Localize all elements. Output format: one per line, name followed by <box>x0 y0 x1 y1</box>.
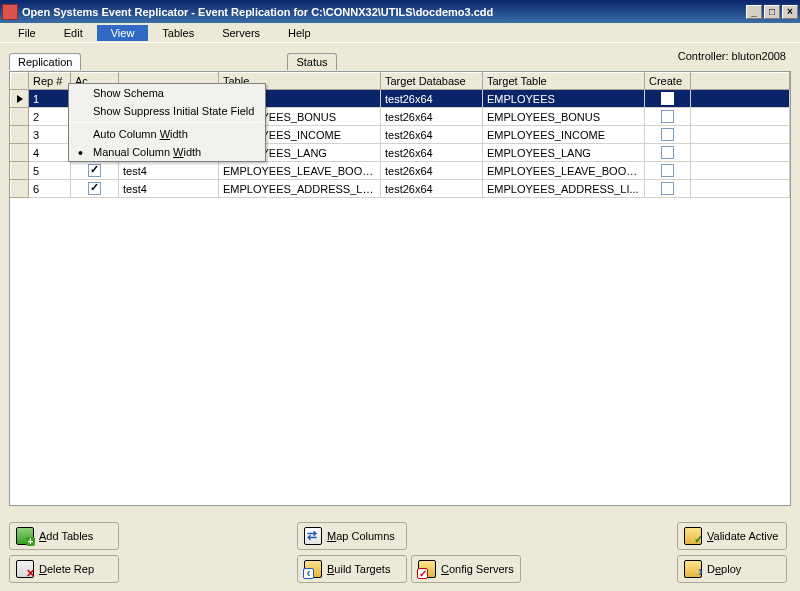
menu-help[interactable]: Help <box>274 25 325 41</box>
col-filler <box>691 73 790 90</box>
database-build-icon <box>304 560 322 578</box>
table-row[interactable]: 6test4EMPLOYEES_ADDRESS_LINEtest26x64EMP… <box>11 180 790 198</box>
cell-active[interactable] <box>71 162 119 180</box>
cell-target-db: test26x64 <box>381 90 483 108</box>
close-button[interactable]: × <box>782 5 798 19</box>
view-menu-dropdown: Show Schema Show Suppress Initial State … <box>68 83 266 162</box>
cell-target-table: EMPLOYEES_INCOME <box>483 126 645 144</box>
row-indicator <box>11 180 29 198</box>
col-create[interactable]: Create <box>645 73 691 90</box>
deploy-button[interactable]: Deploy <box>677 555 787 583</box>
col-target-table[interactable]: Target Table <box>483 73 645 90</box>
cell-create[interactable] <box>645 90 691 108</box>
tab-strip: Replication Status <box>9 53 339 70</box>
checkbox-icon[interactable] <box>88 164 101 177</box>
minimize-button[interactable]: _ <box>746 5 762 19</box>
validate-active-button[interactable]: Validate Active <box>677 522 787 550</box>
cell-target-db: test26x64 <box>381 144 483 162</box>
checkbox-icon[interactable] <box>88 182 101 195</box>
map-columns-button[interactable]: Map Columns <box>297 522 407 550</box>
col-target-db[interactable]: Target Database <box>381 73 483 90</box>
cell-create[interactable] <box>645 162 691 180</box>
delete-icon <box>16 560 34 578</box>
config-servers-button[interactable]: Config Servers <box>411 555 521 583</box>
cell-source-db: test4 <box>119 180 219 198</box>
cell-active[interactable] <box>71 180 119 198</box>
cell-source-table: EMPLOYEES_ADDRESS_LINE <box>219 180 381 198</box>
title-bar: Open Systems Event Replicator - Event Re… <box>0 0 800 23</box>
add-icon <box>16 527 34 545</box>
menu-separator <box>71 122 263 123</box>
row-indicator <box>11 108 29 126</box>
add-tables-button[interactable]: Add Tables <box>9 522 119 550</box>
cell-rep-num: 2 <box>29 108 71 126</box>
controller-label: Controller: bluton2008 <box>678 50 786 62</box>
cell-filler <box>691 162 790 180</box>
checkbox-icon[interactable] <box>661 92 674 105</box>
tab-replications[interactable]: Replication <box>9 53 81 70</box>
cell-target-table: EMPLOYEES_BONUS <box>483 108 645 126</box>
checkbox-icon[interactable] <box>661 182 674 195</box>
cell-rep-num: 1 <box>29 90 71 108</box>
col-rep-num[interactable]: Rep # <box>29 73 71 90</box>
row-indicator <box>11 162 29 180</box>
cell-target-db: test26x64 <box>381 180 483 198</box>
menu-item-show-suppress-initial-state[interactable]: Show Suppress Initial State Field <box>69 102 265 120</box>
cell-filler <box>691 144 790 162</box>
cell-create[interactable] <box>645 180 691 198</box>
database-validate-icon <box>684 527 702 545</box>
menu-item-manual-column-width[interactable]: Manual Column Width <box>69 143 265 161</box>
cell-filler <box>691 90 790 108</box>
row-indicator <box>11 126 29 144</box>
cell-target-table: EMPLOYEES <box>483 90 645 108</box>
checkbox-icon[interactable] <box>661 146 674 159</box>
row-indicator <box>11 144 29 162</box>
cell-rep-num: 4 <box>29 144 71 162</box>
tab-status[interactable]: Status <box>287 53 336 70</box>
menu-item-auto-column-width[interactable]: Auto Column Width <box>69 125 265 143</box>
menu-servers[interactable]: Servers <box>208 25 274 41</box>
cell-source-db: test4 <box>119 162 219 180</box>
row-indicator <box>11 90 29 108</box>
build-targets-button[interactable]: Build Targets <box>297 555 407 583</box>
checkbox-icon[interactable] <box>661 128 674 141</box>
app-icon <box>2 4 18 20</box>
cell-filler <box>691 108 790 126</box>
menu-view[interactable]: View <box>97 25 149 41</box>
cell-target-table: EMPLOYEES_ADDRESS_LI... <box>483 180 645 198</box>
table-row[interactable]: 5test4EMPLOYEES_LEAVE_BOOK...test26x64EM… <box>11 162 790 180</box>
menu-tables[interactable]: Tables <box>148 25 208 41</box>
cell-rep-num: 3 <box>29 126 71 144</box>
cell-source-table: EMPLOYEES_LEAVE_BOOK... <box>219 162 381 180</box>
checkbox-icon[interactable] <box>661 164 674 177</box>
maximize-button[interactable]: □ <box>764 5 780 19</box>
cell-create[interactable] <box>645 144 691 162</box>
cell-target-table: EMPLOYEES_LANG <box>483 144 645 162</box>
controller-value: bluton2008 <box>732 50 786 62</box>
cell-create[interactable] <box>645 108 691 126</box>
cell-target-db: test26x64 <box>381 162 483 180</box>
cell-target-db: test26x64 <box>381 108 483 126</box>
database-deploy-icon <box>684 560 702 578</box>
cell-target-table: EMPLOYEES_LEAVE_BOOK... <box>483 162 645 180</box>
delete-rep-button[interactable]: Delete Rep <box>9 555 119 583</box>
menu-item-show-schema[interactable]: Show Schema <box>69 84 265 102</box>
cell-target-db: test26x64 <box>381 126 483 144</box>
map-icon <box>304 527 322 545</box>
cell-rep-num: 5 <box>29 162 71 180</box>
menu-file[interactable]: File <box>4 25 50 41</box>
menu-edit[interactable]: Edit <box>50 25 97 41</box>
cell-filler <box>691 180 790 198</box>
cell-filler <box>691 126 790 144</box>
database-config-icon <box>418 560 436 578</box>
checkbox-icon[interactable] <box>661 110 674 123</box>
row-selector-header <box>11 73 29 90</box>
menu-bar: File Edit View Tables Servers Help <box>0 23 800 43</box>
window-title: Open Systems Event Replicator - Event Re… <box>22 6 746 18</box>
cell-rep-num: 6 <box>29 180 71 198</box>
cell-create[interactable] <box>645 126 691 144</box>
current-row-icon <box>17 95 23 103</box>
